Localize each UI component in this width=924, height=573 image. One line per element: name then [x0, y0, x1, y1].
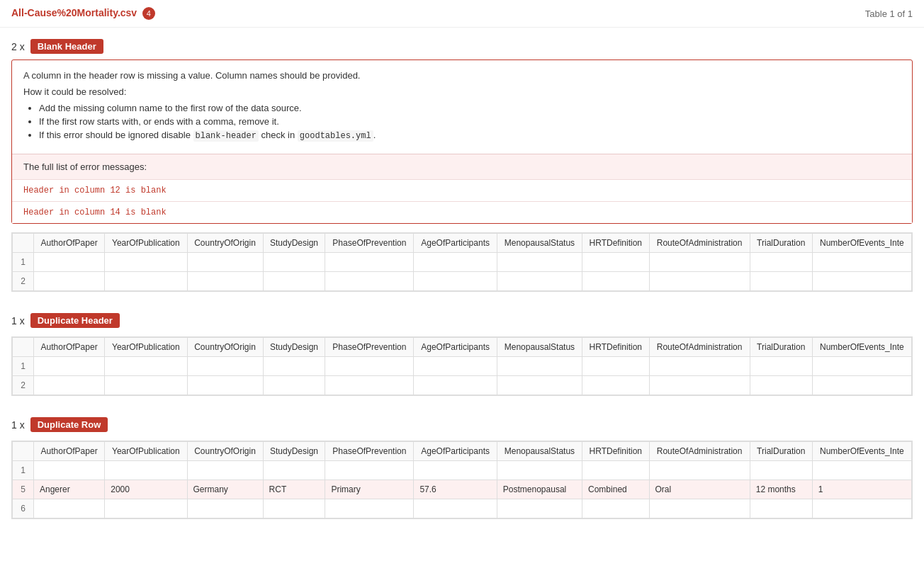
dup-row-col-10: TrialDuration — [750, 442, 812, 461]
row-num: 1 — [13, 253, 34, 272]
row-num: 2 — [13, 376, 34, 395]
cell — [582, 357, 649, 376]
blank-header-description: A column in the header row is missing a … — [12, 60, 912, 154]
top-bar: All-Cause%20Mortality.csv 4 Table 1 of 1 — [0, 0, 924, 28]
dup-header-col-6: AgeOfParticipants — [414, 338, 497, 357]
duplicate-row-tag[interactable]: Duplicate Row — [30, 417, 108, 432]
blank-header-col-num — [13, 234, 34, 253]
duplicate-header-section: 1 x Duplicate Header AuthorOfPaper YearO… — [11, 313, 913, 396]
cell — [263, 499, 325, 518]
cell — [497, 499, 582, 518]
duplicate-row-count: 1 x — [11, 419, 25, 431]
cell — [187, 253, 263, 272]
cell — [414, 272, 497, 291]
cell — [105, 499, 187, 518]
dup-row-col-7: MenopausalStatus — [497, 442, 582, 461]
duplicate-row-table: AuthorOfPaper YearOfPublication CountryO… — [12, 441, 912, 518]
blank-header-bullet-2: If the first row starts with, or ends wi… — [39, 116, 901, 127]
error-badge: 4 — [142, 7, 155, 20]
cell — [105, 357, 187, 376]
cell-study: RCT — [263, 480, 325, 499]
cell — [325, 461, 414, 480]
blank-header-col-10: TrialDuration — [750, 234, 812, 253]
cell — [105, 461, 187, 480]
cell-hrt: Combined — [582, 480, 649, 499]
cell — [187, 272, 263, 291]
cell — [497, 272, 582, 291]
cell — [187, 357, 263, 376]
cell — [750, 376, 812, 395]
cell — [750, 461, 812, 480]
table-row: 1 — [13, 461, 912, 480]
blank-header-section: 2 x Blank Header A column in the header … — [11, 39, 913, 292]
duplicate-row-tag-row: 1 x Duplicate Row — [11, 417, 913, 432]
dup-row-col-3: CountryOfOrigin — [187, 442, 263, 461]
dup-header-col-8: HRTDefinition — [582, 338, 649, 357]
cell — [187, 461, 263, 480]
cell — [649, 461, 750, 480]
cell — [750, 272, 812, 291]
duplicate-row-section: 1 x Duplicate Row AuthorOfPaper YearOfPu… — [11, 417, 913, 519]
cell — [105, 272, 187, 291]
cell — [414, 253, 497, 272]
dup-header-col-9: RouteOfAdministration — [649, 338, 750, 357]
cell — [263, 461, 325, 480]
cell-duration: 12 months — [750, 480, 812, 499]
cell — [105, 376, 187, 395]
blank-header-col-4: StudyDesign — [263, 234, 325, 253]
blank-header-table-wrapper: AuthorOfPaper YearOfPublication CountryO… — [11, 232, 913, 292]
dup-row-col-2: YearOfPublication — [105, 442, 187, 461]
table-row: 1 — [13, 253, 912, 272]
dup-row-col-9: RouteOfAdministration — [649, 442, 750, 461]
blank-header-code1: blank-header — [193, 130, 259, 142]
cell — [497, 376, 582, 395]
blank-header-col-7: MenopausalStatus — [497, 234, 582, 253]
cell — [750, 253, 812, 272]
row-num: 5 — [13, 480, 34, 499]
duplicate-header-tag[interactable]: Duplicate Header — [30, 313, 120, 328]
cell — [325, 272, 414, 291]
error-message-1: Header in column 12 is blank — [12, 179, 912, 201]
blank-header-col-3: CountryOfOrigin — [187, 234, 263, 253]
blank-header-desc-p1: A column in the header row is missing a … — [23, 70, 901, 81]
table-row-highlighted: 5 Angerer 2000 Germany RCT Primary 57.6 … — [13, 480, 912, 499]
table-row: 1 — [13, 357, 912, 376]
table-row: 2 — [13, 272, 912, 291]
cell — [750, 357, 812, 376]
cell — [812, 357, 911, 376]
blank-header-count: 2 x — [11, 41, 25, 52]
blank-header-tag[interactable]: Blank Header — [30, 39, 103, 54]
blank-header-detail-box: A column in the header row is missing a … — [11, 59, 913, 224]
dup-row-col-5: PhaseOfPrevention — [325, 442, 414, 461]
cell — [414, 461, 497, 480]
cell — [34, 461, 105, 480]
cell — [812, 461, 911, 480]
cell — [582, 461, 649, 480]
table-row: 2 — [13, 376, 912, 395]
dup-header-col-3: CountryOfOrigin — [187, 338, 263, 357]
blank-header-col-9: RouteOfAdministration — [649, 234, 750, 253]
cell — [649, 499, 750, 518]
main-content: 2 x Blank Header A column in the header … — [0, 28, 924, 552]
dup-header-col-2: YearOfPublication — [105, 338, 187, 357]
blank-header-col-2: YearOfPublication — [105, 234, 187, 253]
duplicate-header-table-wrapper: AuthorOfPaper YearOfPublication CountryO… — [11, 336, 913, 396]
dup-header-col-num — [13, 338, 34, 357]
blank-header-desc-p2: How it could be resolved: — [23, 86, 901, 97]
cell-phase: Primary — [325, 480, 414, 499]
dup-row-col-1: AuthorOfPaper — [34, 442, 105, 461]
cell — [812, 376, 911, 395]
row-num: 1 — [13, 461, 34, 480]
cell — [812, 272, 911, 291]
blank-header-col-8: HRTDefinition — [582, 234, 649, 253]
cell — [325, 253, 414, 272]
cell — [263, 376, 325, 395]
cell — [750, 499, 812, 518]
cell — [325, 499, 414, 518]
cell — [812, 253, 911, 272]
dup-row-col-6: AgeOfParticipants — [414, 442, 497, 461]
row-num: 6 — [13, 499, 34, 518]
cell — [582, 499, 649, 518]
cell-country: Germany — [187, 480, 263, 499]
cell — [34, 499, 105, 518]
